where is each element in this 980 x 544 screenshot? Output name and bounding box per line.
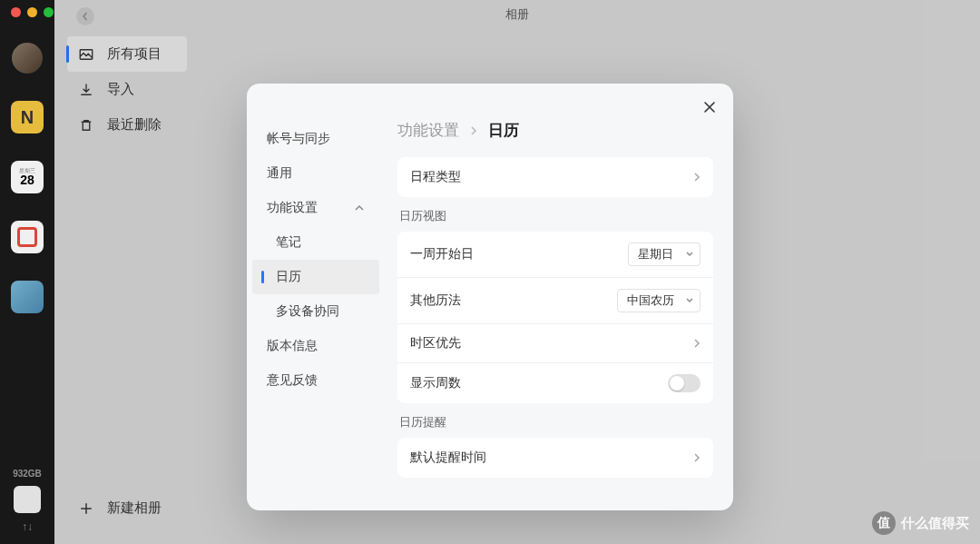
close-button[interactable] (699, 96, 720, 118)
chevron-down-icon (685, 297, 694, 304)
settings-nav: 帐号与同步 通用 功能设置 笔记 日历 多设备协同 版本信息 意见反馈 (247, 84, 385, 485)
nav-multi-device[interactable]: 多设备协同 (252, 294, 379, 329)
breadcrumb: 功能设置 日历 (397, 120, 713, 141)
nav-version[interactable]: 版本信息 (252, 329, 379, 363)
section-reminder: 日历提醒 (399, 414, 713, 430)
nav-feedback[interactable]: 意见反馈 (252, 363, 379, 398)
nav-notes[interactable]: 笔记 (252, 225, 379, 260)
nav-general[interactable]: 通用 (252, 156, 379, 191)
breadcrumb-parent[interactable]: 功能设置 (397, 120, 459, 141)
nav-account[interactable]: 帐号与同步 (252, 122, 379, 156)
row-default-reminder[interactable]: 默认提醒时间 (397, 438, 713, 478)
nav-calendar[interactable]: 日历 (252, 260, 379, 294)
watermark-badge: 值 (872, 511, 896, 535)
chevron-up-icon (354, 203, 365, 213)
row-schedule-type[interactable]: 日程类型 (397, 157, 713, 197)
row-timezone[interactable]: 时区优先 (397, 324, 713, 363)
show-week-toggle[interactable] (668, 374, 701, 392)
row-show-week-number: 显示周数 (397, 363, 713, 403)
chevron-right-icon (693, 338, 701, 349)
calendar-view-group: 一周开始日 星期日 其他历法 中国农历 时区 (397, 232, 713, 403)
settings-modal: 帐号与同步 通用 功能设置 笔记 日历 多设备协同 版本信息 意见反馈 功能设置… (247, 84, 733, 510)
row-other-calendar: 其他历法 中国农历 (397, 278, 713, 324)
chevron-down-icon (685, 251, 694, 258)
watermark-text: 什么值得买 (901, 515, 969, 532)
week-start-select[interactable]: 星期日 (628, 242, 701, 266)
chevron-right-icon (693, 452, 701, 463)
watermark: 值 什么值得买 (872, 511, 969, 535)
nav-features[interactable]: 功能设置 (252, 191, 379, 225)
row-week-start: 一周开始日 星期日 (397, 232, 713, 278)
breadcrumb-current: 日历 (488, 120, 519, 141)
chevron-right-icon (470, 125, 477, 136)
close-icon (703, 101, 716, 114)
other-calendar-select[interactable]: 中国农历 (617, 289, 701, 312)
chevron-right-icon (693, 172, 701, 183)
section-calendar-view: 日历视图 (399, 208, 713, 224)
settings-content: 功能设置 日历 日程类型 日历视图 一周开始日 星期日 (385, 84, 733, 485)
modal-overlay: 帐号与同步 通用 功能设置 笔记 日历 多设备协同 版本信息 意见反馈 功能设置… (0, 0, 980, 544)
